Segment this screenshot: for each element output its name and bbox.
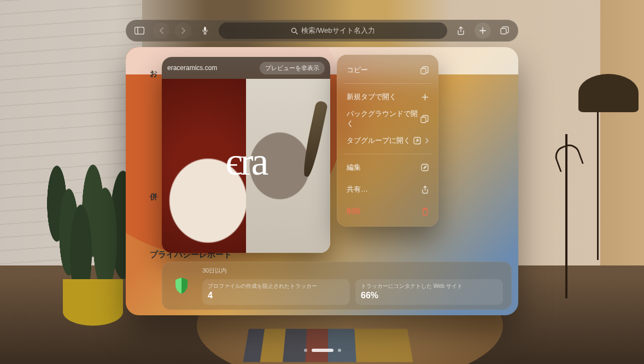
bookmark-preview-card: eraceramics.com プレビューを非表示 єra — [162, 57, 330, 253]
stat-label: プロファイルの作成を阻止されたトラッカー — [208, 282, 344, 290]
menu-open-background[interactable]: バックグラウンドで開く — [341, 108, 434, 130]
preview-header: eraceramics.com プレビューを非表示 — [162, 57, 330, 79]
coat-stand — [565, 134, 567, 298]
svg-rect-6 — [421, 68, 426, 74]
svg-rect-7 — [421, 117, 426, 123]
menu-copy[interactable]: コピー — [341, 59, 434, 81]
share-icon — [421, 186, 429, 194]
svg-rect-9 — [421, 164, 428, 171]
open-in-icon — [413, 137, 421, 145]
preview-url: eraceramics.com — [167, 64, 217, 72]
menu-label: バックグラウンドで開く — [347, 109, 420, 129]
floor-lamp — [573, 96, 622, 293]
bookmark-context-menu: コピー 新規タブで開く バックグラウンドで開く タブグループに開く 編集 — [337, 55, 438, 227]
url-search-field[interactable]: 検索/Webサイト名入力 — [219, 22, 447, 39]
side-label-fragment: 併 — [150, 192, 157, 202]
svg-point-3 — [292, 28, 296, 32]
menu-label: コピー — [347, 65, 368, 75]
menu-share[interactable]: 共有… — [341, 178, 434, 200]
sidebar-icon — [134, 27, 144, 34]
stat-value: 66% — [361, 291, 497, 301]
stat-value: 4 — [208, 291, 344, 301]
menu-label: 共有… — [347, 184, 368, 194]
menu-edit[interactable]: 編集 — [341, 157, 434, 178]
svg-rect-0 — [135, 27, 144, 34]
stat-label: トラッカーにコンタクトした Web サイト — [361, 282, 497, 290]
hide-preview-button[interactable]: プレビューを非表示 — [260, 62, 325, 74]
page-indicator[interactable] — [304, 326, 341, 364]
microphone-icon — [202, 26, 208, 35]
privacy-stat-trackers[interactable]: プロファイルの作成を阻止されたトラッカー 4 — [202, 279, 350, 305]
preview-thumbnail: єra — [162, 79, 330, 253]
voice-input-button[interactable] — [197, 22, 213, 39]
chevron-right-icon — [425, 138, 429, 143]
privacy-period-label: 30日以内 — [202, 267, 503, 275]
new-tab-button[interactable] — [475, 22, 491, 39]
forward-button[interactable] — [175, 22, 191, 39]
preview-logo-text: єra — [162, 139, 330, 184]
menu-label: タブグループに開く — [347, 136, 411, 146]
svg-rect-2 — [204, 27, 206, 31]
svg-line-4 — [296, 32, 297, 34]
chevron-right-icon — [181, 27, 186, 34]
menu-open-new-tab[interactable]: 新規タブで開く — [341, 86, 434, 108]
tabs-icon — [500, 26, 509, 35]
menu-label: 削除 — [347, 206, 361, 216]
svg-rect-5 — [501, 28, 506, 34]
plus-icon — [479, 27, 487, 34]
page-dot-active[interactable] — [312, 349, 333, 352]
menu-open-tab-group[interactable]: タブグループに開く — [341, 130, 434, 152]
copy-icon — [420, 66, 429, 74]
page-dot[interactable] — [338, 349, 341, 352]
browser-toolbar: 検索/Webサイト名入力 — [126, 20, 518, 42]
menu-label: 新規タブで開く — [347, 92, 396, 102]
search-icon — [291, 27, 298, 34]
page-dot[interactable] — [304, 349, 307, 352]
menu-delete[interactable]: 削除 — [341, 200, 434, 222]
privacy-shield-icon — [171, 277, 192, 294]
menu-separator — [343, 154, 432, 154]
plant-pot — [63, 279, 123, 326]
privacy-stat-websites[interactable]: トラッカーにコンタクトした Web サイト 66% — [355, 279, 503, 305]
share-icon — [457, 26, 465, 35]
plus-icon — [421, 94, 429, 101]
sidebar-toggle-button[interactable] — [131, 22, 148, 39]
menu-label: 編集 — [347, 163, 361, 172]
chevron-left-icon — [159, 27, 164, 34]
favorites-heading-fragment: お — [150, 69, 157, 79]
edit-icon — [421, 164, 429, 171]
privacy-report-card[interactable]: 30日以内 プロファイルの作成を阻止されたトラッカー 4 トラッカーにコンタクト… — [162, 262, 512, 310]
trash-icon — [421, 207, 429, 216]
share-button[interactable] — [453, 22, 469, 39]
back-button[interactable] — [153, 22, 169, 39]
menu-separator — [343, 83, 432, 84]
stack-icon — [420, 115, 429, 123]
search-placeholder-text: 検索/Webサイト名入力 — [301, 26, 374, 36]
tabs-overview-button[interactable] — [496, 22, 513, 39]
